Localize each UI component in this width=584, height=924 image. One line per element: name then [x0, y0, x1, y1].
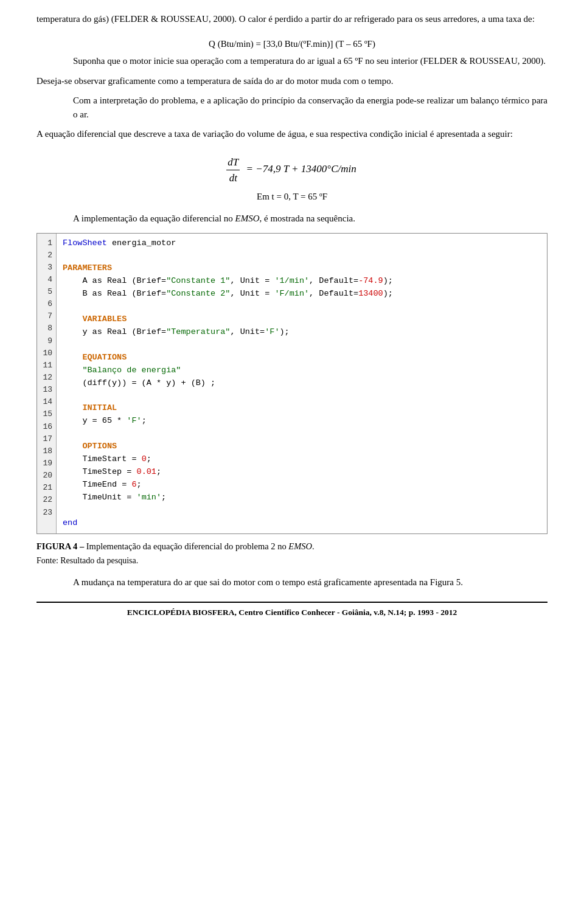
code-line-4: A as Real (Brief="Constante 1", Unit = '… — [63, 275, 541, 288]
ln-3: 3 — [37, 262, 56, 274]
text-p2: Suponha que o motor inicie sua operação … — [73, 56, 546, 66]
eq-equals: = −74,9 T + 13400°C/min — [246, 163, 356, 175]
paragraph-1: temperatura do gás) (FELDER & ROUSSEAU, … — [36, 12, 548, 26]
code-line-12: (diff(y)) = (A * y) + (B) ; — [63, 377, 541, 390]
ln-12: 12 — [37, 372, 56, 384]
code-line-15: y = 65 * 'F'; — [63, 415, 541, 428]
paragraph-5: A equação diferencial que descreve a tax… — [36, 127, 548, 141]
text-p3: Deseja-se observar graficamente como a t… — [36, 76, 393, 86]
code-block: 1 2 3 4 5 6 7 8 9 10 11 12 13 14 15 16 1… — [36, 233, 548, 534]
code-line-2 — [63, 249, 541, 262]
ln-20: 20 — [37, 470, 56, 482]
paragraph-3: Deseja-se observar graficamente como a t… — [36, 74, 548, 88]
ln-10: 10 — [37, 347, 56, 360]
fonte-text: Fonte: Resultado da pesquisa. — [36, 554, 548, 567]
code-line-18: TimeStart = 0; — [63, 453, 541, 466]
code-line-20: TimeEnd = 6; — [63, 479, 541, 492]
line-numbers-column: 1 2 3 4 5 6 7 8 9 10 11 12 13 14 15 16 1… — [37, 234, 57, 533]
ln-8: 8 — [37, 322, 56, 335]
differential-equation-block: dT dt = −74,9 T + 13400°C/min — [36, 155, 548, 186]
ln-16: 16 — [37, 421, 56, 433]
ln-5: 5 — [37, 286, 56, 298]
fraction-denominator: dt — [228, 170, 238, 186]
code-line-16 — [63, 428, 541, 440]
code-line-17: OPTIONS — [63, 440, 541, 453]
diff-eq-image: dT dt = −74,9 T + 13400°C/min — [225, 155, 358, 186]
ln-11: 11 — [37, 360, 56, 372]
code-line-14: INITIAL — [63, 402, 541, 415]
figura-caption-text: Implementação da equação diferencial do … — [86, 541, 315, 551]
code-line-8: y as Real (Brief="Temperatura", Unit='F'… — [63, 326, 541, 339]
code-line-1: FlowSheet energia_motor — [63, 237, 541, 250]
code-line-3: PARAMETERS — [63, 262, 541, 275]
ln-1: 1 — [37, 237, 56, 249]
ln-19: 19 — [37, 457, 56, 470]
code-line-5: B as Real (Brief="Constante 2", Unit = '… — [63, 288, 541, 300]
footer-text-content: ENCICLOPÉDIA BIOSFERA, Centro Científico… — [127, 608, 457, 617]
paragraph-4: Com a interpretação do problema, e a apl… — [36, 94, 548, 121]
text-p7: A mudança na temperatura do ar que sai d… — [73, 577, 463, 587]
ln-7: 7 — [37, 310, 56, 322]
ln-23: 23 — [37, 507, 56, 519]
ln-17: 17 — [37, 433, 56, 445]
ln-6: 6 — [37, 298, 56, 310]
code-line-10: EQUATIONS — [63, 352, 541, 364]
code-line-6 — [63, 300, 541, 313]
code-line-7: VARIABLES — [63, 313, 541, 326]
ln-22: 22 — [37, 494, 56, 506]
code-line-9 — [63, 339, 541, 352]
ln-2: 2 — [37, 249, 56, 262]
footer-block: ENCICLOPÉDIA BIOSFERA, Centro Científico… — [36, 606, 548, 619]
fraction-numerator: dT — [226, 155, 240, 171]
footer-rule — [36, 602, 548, 603]
figura-caption: FIGURA 4 – Implementação da equação dife… — [36, 540, 548, 554]
code-line-11: "Balanço de energia" — [63, 364, 541, 377]
fraction-dT-dt: dT dt — [226, 155, 240, 186]
initial-condition-block: Em t = 0, T = 65 ºF — [36, 190, 548, 204]
text-p4: Com a interpretação do problema, e a apl… — [73, 96, 548, 119]
code-lines-column: FlowSheet energia_motor PARAMETERS A as … — [57, 234, 547, 533]
fonte-label: Fonte: Resultado da pesquisa. — [36, 556, 138, 565]
paragraph-7: A mudança na temperatura do ar que sai d… — [36, 575, 548, 589]
initial-condition-text: Em t = 0, T = 65 ºF — [257, 192, 327, 201]
heat-formula-block: Q (Btu/min) = [33,0 Btu/(ºF.min)] (T – 6… — [36, 37, 548, 51]
paragraph-6: A implementação da equação diferencial n… — [36, 212, 548, 226]
code-line-22 — [63, 504, 541, 517]
code-line-21: TimeUnit = 'min'; — [63, 492, 541, 504]
ln-9: 9 — [37, 335, 56, 347]
ln-21: 21 — [37, 482, 56, 494]
code-line-19: TimeStep = 0.01; — [63, 466, 541, 479]
text-p5: A equação diferencial que descreve a tax… — [36, 129, 513, 139]
text-p1: temperatura do gás) (FELDER & ROUSSEAU, … — [36, 14, 535, 24]
heat-formula-text: Q (Btu/min) = [33,0 Btu/(ºF.min)] (T – 6… — [209, 39, 375, 49]
figura-label: FIGURA 4 – — [36, 541, 84, 551]
paragraph-2: Suponha que o motor inicie sua operação … — [36, 54, 548, 68]
ln-13: 13 — [37, 384, 56, 396]
ln-15: 15 — [37, 408, 56, 420]
ln-18: 18 — [37, 445, 56, 457]
ln-4: 4 — [37, 274, 56, 286]
code-line-13 — [63, 390, 541, 403]
code-line-23: end — [63, 517, 541, 530]
ln-14: 14 — [37, 396, 56, 408]
text-p6-prefix: A implementação da equação diferencial n… — [73, 214, 355, 223]
